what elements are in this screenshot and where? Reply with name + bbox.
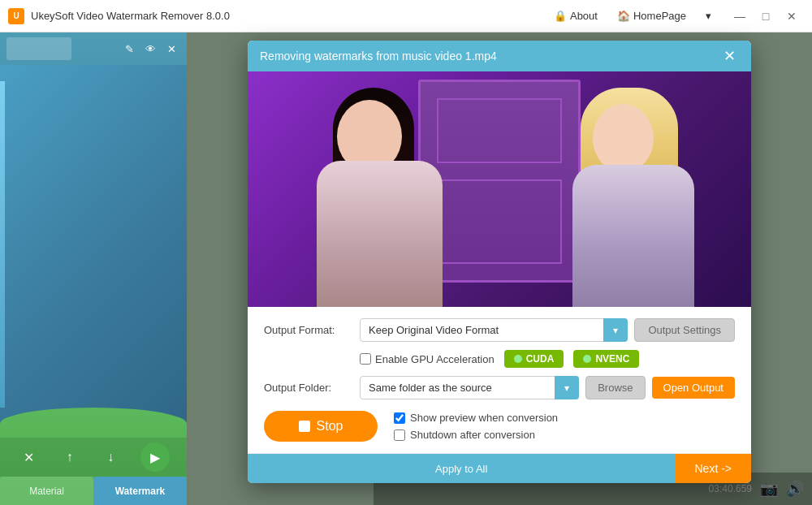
modal-close-button[interactable]: ✕ [720, 49, 739, 63]
enable-gpu-checkbox[interactable] [360, 353, 371, 365]
bottom-row: Stop Show preview when conversion Shutdo… [264, 411, 735, 442]
video-area: Total Progress: 31.2% [248, 71, 751, 307]
move-down-button[interactable]: ↓ [99, 446, 122, 468]
tab-watermark-label: Watermark [115, 486, 166, 497]
window-controls: — □ ✕ [728, 4, 804, 28]
video-frame [248, 71, 751, 307]
output-folder-row: Output Folder: Same folder as the source… [264, 376, 735, 399]
show-preview-checkbox[interactable] [394, 412, 405, 424]
lock-icon: 🔒 [554, 10, 567, 22]
conversion-modal: Removing watermarks from music video 1.m… [248, 41, 751, 483]
eye-icon[interactable]: 👁 [141, 40, 159, 58]
homepage-button[interactable]: 🏠 HomePage [609, 6, 694, 25]
nvenc-dot [583, 355, 591, 363]
figure-left [313, 88, 459, 307]
app-logo: U [8, 8, 24, 24]
show-preview-option[interactable]: Show preview when conversion [394, 412, 558, 424]
modal-footer: Apply to All Next -> [248, 453, 751, 483]
body-left [317, 161, 443, 307]
maximize-button[interactable]: □ [754, 4, 778, 28]
sidebar-actions: ✕ ↑ ↓ ▶ [0, 438, 187, 477]
tab-material[interactable]: Material [0, 477, 93, 505]
output-format-row: Output Format: Keep Original Video Forma… [264, 318, 735, 342]
output-format-label: Output Format: [264, 324, 353, 336]
app-title: UkeySoft Video Watermark Remover 8.0.0 [31, 10, 546, 22]
modal-body: Output Format: Keep Original Video Forma… [248, 307, 751, 453]
shutdown-checkbox[interactable] [394, 429, 405, 441]
modal-title: Removing watermarks from music video 1.m… [260, 50, 497, 63]
open-output-button[interactable]: Open Output [652, 377, 735, 399]
nvenc-label: NVENC [595, 353, 629, 365]
titlebar-nav: 🔒 About 🏠 HomePage ▾ [546, 6, 719, 25]
modal-overlay: Removing watermarks from music video 1.m… [187, 32, 812, 505]
cuda-label: CUDA [526, 353, 555, 365]
sidebar-top: ✎ 👁 ✕ [0, 32, 187, 65]
delete-button[interactable]: ✕ [17, 446, 40, 468]
enable-gpu-label: Enable GPU Acceleration [375, 353, 495, 365]
output-folder-select-wrap: Same folder as the source ▾ [360, 376, 579, 399]
output-folder-label: Output Folder: [264, 382, 353, 394]
options-column: Show preview when conversion Shutdown af… [394, 412, 558, 441]
tab-material-label: Material [29, 486, 64, 497]
gpu-row: Enable GPU Acceleration CUDA NVENC [360, 350, 735, 368]
output-format-select[interactable]: Keep Original Video Format [360, 318, 628, 342]
stop-icon [299, 421, 310, 432]
sidebar: ✎ 👁 ✕ ✕ ↑ ↓ ▶ Material Watermark [0, 32, 187, 505]
figure-right [564, 88, 710, 307]
nvenc-badge[interactable]: NVENC [573, 350, 639, 368]
edit-icon[interactable]: ✎ [120, 40, 138, 58]
tab-watermark[interactable]: Watermark [93, 477, 187, 505]
stop-button[interactable]: Stop [264, 411, 378, 442]
home-icon: 🏠 [617, 10, 630, 22]
chevron-down-icon: ▾ [706, 10, 711, 22]
sidebar-tabs: Material Watermark [0, 477, 187, 505]
about-button[interactable]: 🔒 About [546, 6, 606, 25]
output-settings-button[interactable]: Output Settings [634, 318, 735, 342]
minimize-button[interactable]: — [728, 4, 752, 28]
shutdown-label: Shutdown after conversion [410, 429, 535, 441]
homepage-label: HomePage [633, 10, 686, 22]
output-format-select-wrap: Keep Original Video Format ▾ [360, 318, 628, 342]
sidebar-thumbnail [6, 37, 71, 60]
cuda-dot [514, 355, 522, 363]
close-button[interactable]: ✕ [780, 4, 804, 28]
shutdown-option[interactable]: Shutdown after conversion [394, 429, 558, 441]
body-right [572, 165, 694, 307]
play-button[interactable]: ▶ [140, 442, 170, 472]
sidebar-accent [0, 81, 5, 408]
right-content: Removing watermarks from music video 1.m… [187, 32, 812, 505]
output-folder-select[interactable]: Same folder as the source [360, 376, 579, 399]
head-right [593, 104, 654, 173]
move-up-button[interactable]: ↑ [58, 446, 81, 468]
sidebar-icons: ✎ 👁 ✕ [120, 40, 180, 58]
about-label: About [570, 10, 598, 22]
apply-all-button[interactable]: Apply to All [248, 454, 675, 483]
cuda-badge[interactable]: CUDA [504, 350, 564, 368]
stop-label: Stop [317, 419, 343, 434]
modal-header: Removing watermarks from music video 1.m… [248, 41, 751, 71]
titlebar: U UkeySoft Video Watermark Remover 8.0.0… [0, 0, 812, 32]
dropdown-button[interactable]: ▾ [698, 6, 719, 25]
sidebar-close-icon[interactable]: ✕ [162, 40, 180, 58]
next-button[interactable]: Next -> [675, 454, 751, 483]
main-layout: ✎ 👁 ✕ ✕ ↑ ↓ ▶ Material Watermark [0, 32, 812, 505]
browse-button[interactable]: Browse [585, 376, 645, 399]
show-preview-label: Show preview when conversion [410, 412, 558, 424]
enable-gpu-checkbox-wrap[interactable]: Enable GPU Acceleration [360, 353, 495, 365]
